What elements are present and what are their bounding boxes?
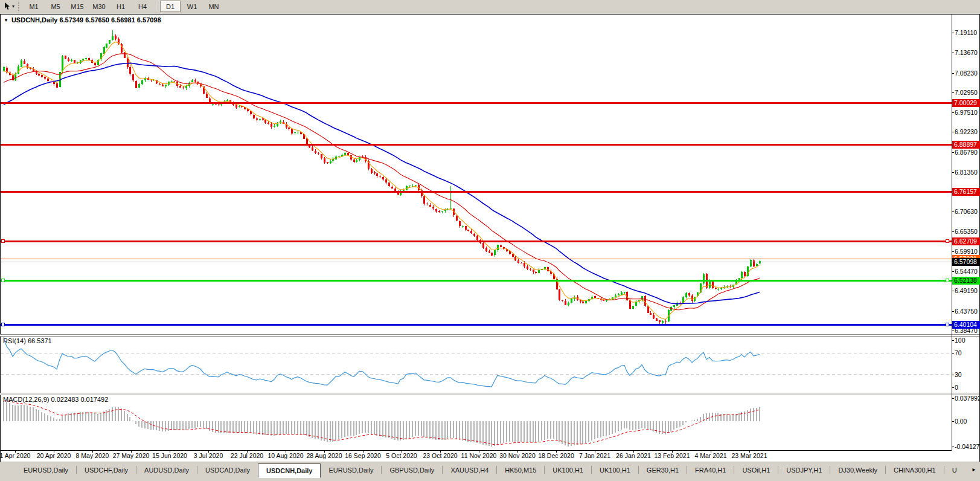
- hline-handle-support-6.52138[interactable]: [946, 279, 949, 282]
- timeframe-button-d1[interactable]: D1: [160, 1, 181, 12]
- chart-tab-usdcnh-daily[interactable]: USDCNH,Daily: [258, 463, 321, 478]
- hline-resistance-6.62709[interactable]: [1, 240, 952, 242]
- hline-handle-resistance-6.62709[interactable]: [946, 239, 949, 243]
- date-label: 13 Feb 2021: [655, 452, 690, 459]
- price-tick-tick: [952, 291, 954, 291]
- hline-resistance-7.00029[interactable]: [1, 102, 952, 104]
- macd-axis-tick: [952, 398, 954, 399]
- rsi-indicator-label: RSI(14) 66.5371: [3, 337, 52, 344]
- macd-axis-label: 0.00: [955, 418, 980, 425]
- chart-tab-xauusd-h4[interactable]: XAUUSD,H4: [443, 463, 496, 476]
- time-axis-line: [1, 450, 952, 451]
- chart-tab-uk100-h1[interactable]: UK100,H1: [545, 463, 591, 476]
- chart-tab-china300-h1[interactable]: CHINA300,H1: [886, 463, 944, 476]
- date-label: 23 Mar 2021: [732, 452, 767, 459]
- timeframe-toolbar: ▾ M1M5M15M30H1H4D1W1MN: [0, 0, 980, 13]
- date-label: 26 Jan 2021: [616, 452, 651, 459]
- price-tick-tick: [952, 311, 954, 312]
- chart-tab-eurusd-daily[interactable]: EURUSD,Daily: [16, 463, 76, 476]
- hline-handle-resistance-6.62709[interactable]: [1, 239, 5, 243]
- rsi-axis-tick: [952, 340, 954, 341]
- macd-axis-tick: [952, 421, 954, 422]
- chart-tab-gbpusd-daily[interactable]: GBPUSD,Daily: [382, 463, 442, 476]
- rsi-axis-label: 30: [955, 371, 980, 379]
- hline-handle-support-6.40104[interactable]: [1, 323, 5, 326]
- cursor-dropdown-caret-icon[interactable]: ▾: [12, 4, 14, 9]
- price-tick-tick: [952, 251, 954, 252]
- price-tick-tick: [952, 132, 954, 132]
- price-tick-label: 6.70630: [955, 208, 980, 216]
- price-tick-label: 6.43750: [955, 308, 980, 315]
- price-tick-label: 7.02950: [955, 89, 980, 97]
- chart-tab-usoil-h1[interactable]: USOil,H1: [734, 463, 778, 476]
- date-label: 5 Oct 2020: [386, 452, 417, 459]
- price-tag-6.88897: 6.88897: [952, 141, 980, 149]
- price-tag-6.76157: 6.76157: [952, 188, 980, 196]
- price-tick-label: 6.92230: [955, 128, 980, 136]
- chart-tab-usdcad-daily[interactable]: USDCAD,Daily: [197, 463, 258, 476]
- date-label: 15 Jun 2020: [152, 452, 187, 459]
- hline-resistance-6.88897[interactable]: [1, 144, 952, 146]
- date-label: 30 Nov 2020: [499, 452, 536, 459]
- macd-axis-label: 0.037992: [955, 395, 980, 402]
- timeframe-button-h1[interactable]: H1: [110, 1, 131, 12]
- chart-tab-fra40-h1[interactable]: FRA40,H1: [687, 463, 734, 476]
- timeframe-buttons: M1M5M15M30H1H4D1W1MN: [23, 1, 225, 12]
- price-tick-label: 6.54470: [955, 268, 980, 276]
- rsi-axis-tick: [952, 375, 954, 375]
- timeframe-button-h4[interactable]: H4: [132, 1, 153, 12]
- timeframe-button-m15[interactable]: M15: [67, 1, 88, 12]
- macd-axis-label: -0.041276: [955, 443, 980, 451]
- main-price-chart[interactable]: [1, 15, 952, 334]
- price-tick-tick: [952, 152, 954, 153]
- macd-indicator-chart[interactable]: [1, 395, 952, 450]
- price-tick-label: 6.97510: [955, 109, 980, 117]
- price-tick-tick: [952, 231, 954, 232]
- price-tick-tick: [952, 211, 954, 212]
- chart-tab-usdjpy-h1[interactable]: USDJPY,H1: [778, 463, 830, 476]
- chart-title: ▼USDCNH,Daily 6.57349 6.57650 6.56981 6.…: [4, 16, 161, 24]
- timeframe-button-w1[interactable]: W1: [182, 1, 202, 12]
- price-tick-tick: [952, 53, 954, 53]
- hline-resistance-6.76157[interactable]: [1, 191, 952, 193]
- timeframe-button-m1[interactable]: M1: [24, 1, 44, 12]
- date-label: 23 Oct 2020: [423, 452, 457, 459]
- hline-handle-support-6.52138[interactable]: [1, 279, 5, 282]
- chart-tab-eurusd-daily[interactable]: EURUSD,Daily: [321, 463, 381, 476]
- chart-tab-usdchf-daily[interactable]: USDCHF,Daily: [77, 463, 136, 476]
- chart-tab-audusd-daily[interactable]: AUDUSD,Daily: [136, 463, 197, 476]
- hline-support-6.52138[interactable]: [1, 280, 952, 282]
- rsi-axis-label: 0: [955, 384, 980, 392]
- chart-cursor-icon[interactable]: [2, 2, 12, 11]
- macd-indicator-label: MACD(12,26,9) 0.022483 0.017492: [3, 396, 108, 403]
- chart-tab-hk50-m15[interactable]: HK50,M15: [497, 463, 544, 476]
- date-label: 27 May 2020: [113, 452, 150, 459]
- price-tick-label: 7.08230: [955, 69, 980, 77]
- hline-handle-support-6.40104[interactable]: [946, 323, 949, 326]
- date-label: 3 Jul 2020: [194, 452, 223, 459]
- timeframe-button-mn[interactable]: MN: [203, 1, 224, 12]
- chart-tab-bar: EURUSD,DailyUSDCHF,DailyAUDUSD,DailyUSDC…: [0, 462, 980, 481]
- chart-symbol-label: USDCNH,Daily: [11, 16, 57, 24]
- tab-scroll-right-icon[interactable]: ▸: [970, 466, 978, 473]
- rsi-indicator-chart[interactable]: [1, 336, 952, 392]
- hline-bid-line-6.57098[interactable]: [1, 262, 952, 262]
- chart-tab-ger30-h1[interactable]: GER30,H1: [639, 463, 687, 476]
- timeframe-button-m30[interactable]: M30: [89, 1, 109, 12]
- chart-tab-u[interactable]: U: [944, 463, 965, 476]
- collapse-arrow-icon[interactable]: ▼: [4, 18, 8, 23]
- date-label: 28 Aug 2020: [307, 452, 342, 459]
- date-label: 18 Dec 2020: [538, 452, 574, 459]
- date-label: 20 Apr 2020: [37, 452, 71, 459]
- price-tick-label: 7.19110: [955, 29, 980, 37]
- chart-tab-uk100-h1[interactable]: UK100,H1: [592, 463, 638, 476]
- timeframe-button-m5[interactable]: M5: [45, 1, 66, 12]
- toolbar-grip-handle[interactable]: [18, 2, 19, 11]
- hline-support-6.40104[interactable]: [1, 324, 952, 326]
- rsi-axis-label: 100: [955, 337, 980, 344]
- price-tick-tick: [952, 331, 954, 331]
- hline-level-6.57921[interactable]: [1, 259, 952, 259]
- chart-tab-dj30-weekly[interactable]: DJ30,Weekly: [830, 463, 885, 476]
- price-tick-label: 6.49190: [955, 287, 980, 295]
- price-tick-tick: [952, 33, 954, 33]
